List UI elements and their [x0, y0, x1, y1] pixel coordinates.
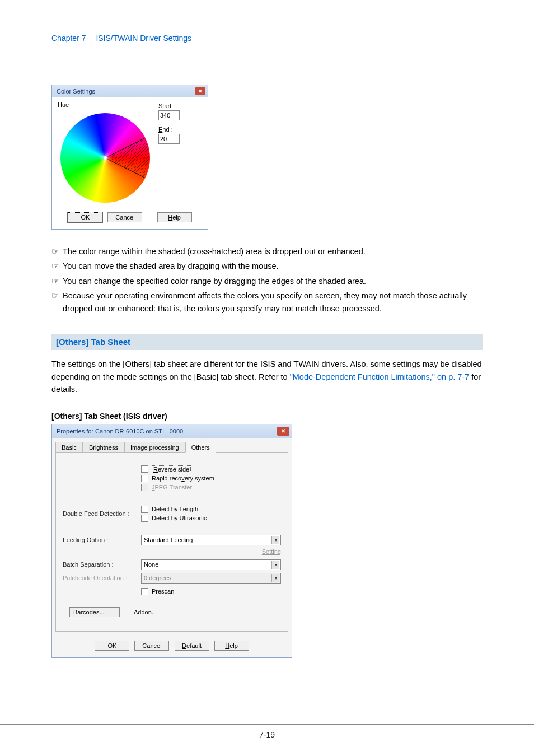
chevron-down-icon: ▾ [271, 561, 279, 569]
tab-image-processing[interactable]: Image processing [124, 442, 185, 452]
note-text: The color range within the shaded (cross… [63, 245, 366, 258]
prescan-checkbox[interactable]: Prescan [141, 588, 174, 595]
cross-reference-link[interactable]: "Mode-Dependent Function Limitations," o… [290, 372, 470, 381]
help-button[interactable]: Help [157, 212, 192, 222]
start-label: Start : [158, 102, 180, 109]
patchcode-orientation-select: 0 degrees▾ [141, 573, 281, 584]
properties-title: Properties for Canon DR-6010C on STI - 0… [57, 428, 183, 435]
cancel-button[interactable]: Cancel [107, 212, 142, 222]
batch-separation-label: Batch Separation : [63, 561, 141, 568]
page-number: 7-19 [0, 724, 534, 739]
note-text: You can change the specified color range… [63, 275, 366, 287]
feeding-option-select[interactable]: Standard Feeding▾ [141, 535, 281, 545]
note-bullet-icon: ☞ [51, 275, 63, 287]
tab-panel-others: Reverse side Rapid recovery system JPEG … [55, 452, 288, 632]
note-bullet-icon: ☞ [51, 260, 63, 272]
note-text: You can move the shaded area by dragging… [63, 260, 279, 272]
help-button[interactable]: Help [214, 641, 249, 651]
close-icon[interactable]: ✕ [277, 427, 289, 436]
addon-link[interactable]: Addon... [134, 609, 157, 615]
end-label: End : [158, 126, 180, 133]
chevron-down-icon: ▾ [271, 536, 279, 544]
detect-by-length-checkbox[interactable]: Detect by Length [141, 506, 281, 513]
rapid-recovery-checkbox[interactable]: Rapid recovery system [141, 475, 281, 482]
page-header: Chapter 7 ISIS/TWAIN Driver Settings [51, 34, 483, 45]
note-text: Because your operating environment affec… [63, 290, 483, 315]
double-feed-label: Double Feed Detection : [63, 510, 141, 517]
chevron-down-icon: ▾ [271, 574, 279, 582]
section-body: The settings on the [Others] tab sheet a… [51, 358, 483, 395]
section-title: [Others] Tab Sheet [51, 334, 483, 350]
ok-button[interactable]: OK [68, 212, 102, 222]
cancel-button[interactable]: Cancel [134, 641, 169, 651]
note-bullet-icon: ☞ [51, 290, 63, 315]
reverse-side-checkbox[interactable]: Reverse side [141, 465, 281, 473]
detect-by-ultrasonic-checkbox[interactable]: Detect by Ultrasonic [141, 515, 281, 522]
end-input[interactable] [158, 134, 180, 144]
tab-strip: BasicBrightnessImage processingOthers [52, 438, 292, 452]
close-icon[interactable]: ✕ [195, 87, 205, 95]
note-bullet-icon: ☞ [51, 245, 63, 258]
batch-separation-select[interactable]: None▾ [141, 559, 281, 570]
default-button[interactable]: Default [175, 641, 209, 651]
chapter-label: Chapter 7 [51, 34, 86, 43]
patchcode-orientation-label: Patchcode Orientation : [63, 575, 141, 581]
setting-link: Setting [63, 548, 281, 555]
hue-label: Hue [58, 101, 153, 108]
feeding-option-label: Feeding Option : [63, 536, 141, 543]
chapter-title: ISIS/TWAIN Driver Settings [96, 34, 191, 43]
color-dialog-titlebar: Color Settings ✕ [52, 85, 208, 97]
ok-button[interactable]: OK [95, 641, 129, 651]
barcodes-button[interactable]: Barcodes... [69, 607, 120, 617]
color-settings-dialog: Color Settings ✕ Hue [51, 85, 208, 230]
color-dialog-title: Color Settings [57, 88, 95, 95]
tab-basic[interactable]: Basic [55, 442, 83, 452]
tab-brightness[interactable]: Brightness [83, 442, 124, 452]
properties-titlebar: Properties for Canon DR-6010C on STI - 0… [52, 424, 292, 438]
notes-list: ☞The color range within the shaded (cros… [51, 245, 483, 315]
subheading: [Others] Tab Sheet (ISIS driver) [51, 412, 483, 421]
properties-dialog: Properties for Canon DR-6010C on STI - 0… [51, 424, 292, 658]
jpeg-transfer-checkbox: JPEG Transfer [141, 484, 281, 491]
hue-wheel[interactable] [58, 110, 153, 206]
tab-others[interactable]: Others [185, 442, 216, 453]
start-input[interactable] [158, 110, 180, 120]
